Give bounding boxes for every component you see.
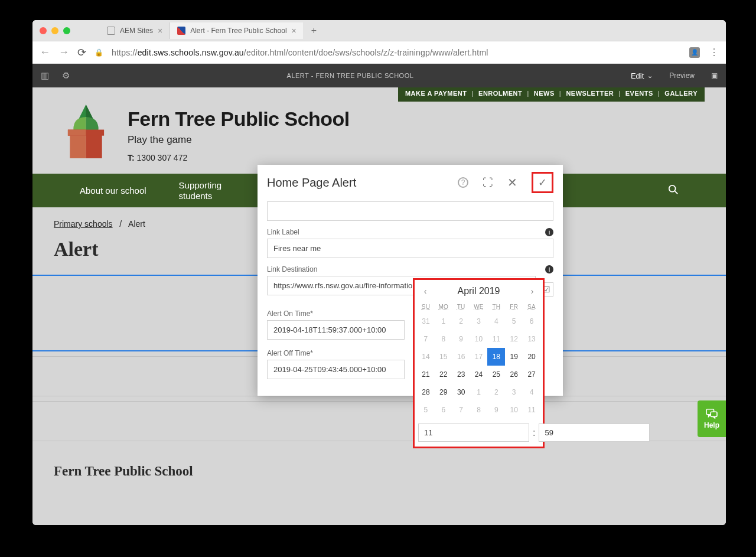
- aem-toolbar: ▥ ⚙ ALERT - FERN TREE PUBLIC SCHOOL Edit…: [32, 64, 726, 87]
- tab-label: AEM Sites: [120, 27, 153, 35]
- close-icon[interactable]: ✕: [507, 175, 517, 190]
- calendar-day[interactable]: 16: [452, 348, 470, 366]
- help-tab[interactable]: Help: [698, 400, 726, 437]
- maximize-window-icon[interactable]: [63, 27, 70, 34]
- minute-input[interactable]: [539, 424, 650, 442]
- calendar-day[interactable]: 7: [452, 401, 470, 419]
- profile-icon[interactable]: 👤: [689, 47, 700, 58]
- calendar-day[interactable]: 29: [435, 383, 452, 401]
- submit-button[interactable]: ✓: [532, 172, 553, 193]
- calendar-day[interactable]: 5: [417, 401, 435, 419]
- alert-on-label: Alert On Time*: [267, 310, 313, 318]
- calendar-dow: WE: [470, 301, 488, 312]
- browser-window: AEM Sites × Alert - Fern Tree Public Sch…: [32, 20, 726, 525]
- calendar-day[interactable]: 4: [487, 312, 505, 330]
- calendar-day[interactable]: 13: [523, 330, 540, 348]
- util-link[interactable]: NEWS: [534, 90, 555, 97]
- minimize-window-icon[interactable]: [51, 27, 58, 34]
- page-icon: [177, 27, 185, 35]
- info-icon[interactable]: i: [545, 265, 553, 273]
- svg-rect-7: [711, 412, 717, 416]
- address-bar: ← → ⟳ 🔒 https://edit.sws.schools.nsw.gov…: [32, 41, 726, 64]
- calendar-day[interactable]: 2: [487, 383, 505, 401]
- calendar-day[interactable]: 1: [470, 383, 488, 401]
- url-display[interactable]: https://edit.sws.schools.nsw.gov.au/edit…: [112, 48, 681, 57]
- calendar-day[interactable]: 10: [470, 330, 488, 348]
- calendar-day[interactable]: 4: [523, 383, 540, 401]
- calendar-day[interactable]: 6: [435, 401, 452, 419]
- calendar-day[interactable]: 14: [417, 348, 435, 366]
- close-tab-icon[interactable]: ×: [158, 26, 162, 35]
- calendar-day[interactable]: 9: [452, 330, 470, 348]
- page-info-icon[interactable]: ⚙: [62, 70, 70, 81]
- calendar-day[interactable]: 7: [417, 330, 435, 348]
- more-menu-icon[interactable]: ⋮: [709, 47, 719, 58]
- util-link[interactable]: ENROLMENT: [478, 90, 522, 97]
- util-link[interactable]: MAKE A PAYMENT: [405, 90, 467, 97]
- util-link[interactable]: GALLERY: [664, 90, 698, 97]
- calendar-day[interactable]: 9: [487, 401, 505, 419]
- calendar-day[interactable]: 27: [523, 366, 540, 383]
- link-label-label: Link Label: [267, 228, 299, 236]
- calendar-day[interactable]: 20: [523, 348, 540, 366]
- calendar-day[interactable]: 21: [417, 366, 435, 383]
- search-icon[interactable]: [668, 184, 679, 197]
- calendar-day[interactable]: 8: [470, 401, 488, 419]
- school-phone: T: 1300 307 472: [128, 153, 350, 162]
- annotate-icon[interactable]: ▣: [711, 71, 718, 80]
- calendar-day[interactable]: 1: [435, 312, 452, 330]
- calendar-dow: SU: [417, 301, 435, 312]
- util-link[interactable]: EVENTS: [625, 90, 653, 97]
- calendar-day[interactable]: 22: [435, 366, 452, 383]
- calendar-day[interactable]: 18: [487, 348, 505, 366]
- calendar-day[interactable]: 3: [505, 383, 523, 401]
- calendar-day[interactable]: 26: [505, 366, 523, 383]
- calendar-day[interactable]: 10: [505, 401, 523, 419]
- calendar-day[interactable]: 2: [452, 312, 470, 330]
- prev-month-icon[interactable]: ‹: [419, 286, 431, 296]
- calendar-day[interactable]: 25: [487, 366, 505, 383]
- school-name: Fern Tree Public School: [128, 108, 350, 131]
- new-tab-button[interactable]: +: [311, 25, 317, 36]
- nav-item[interactable]: About our school: [80, 185, 146, 196]
- reload-icon[interactable]: ⟳: [77, 46, 86, 59]
- calendar-day[interactable]: 11: [487, 330, 505, 348]
- side-panel-icon[interactable]: ▥: [41, 70, 49, 81]
- alert-off-input[interactable]: [267, 360, 405, 379]
- preview-button[interactable]: Preview: [669, 71, 695, 80]
- calendar-day[interactable]: 30: [452, 383, 470, 401]
- calendar-day[interactable]: 23: [452, 366, 470, 383]
- calendar-day[interactable]: 17: [470, 348, 488, 366]
- calendar-day[interactable]: 31: [417, 312, 435, 330]
- breadcrumb-link[interactable]: Primary schools: [54, 219, 113, 229]
- close-window-icon[interactable]: [40, 27, 47, 34]
- close-tab-icon[interactable]: ×: [292, 26, 296, 35]
- school-logo: [61, 102, 111, 168]
- info-icon[interactable]: i: [545, 228, 553, 236]
- hour-input[interactable]: [418, 424, 529, 442]
- alert-on-input[interactable]: [267, 320, 405, 340]
- calendar-day[interactable]: 8: [435, 330, 452, 348]
- next-month-icon[interactable]: ›: [526, 286, 538, 296]
- dialog-title-input[interactable]: [267, 201, 553, 221]
- calendar-day[interactable]: 24: [470, 366, 488, 383]
- calendar-day[interactable]: 6: [523, 312, 540, 330]
- edit-mode-dropdown[interactable]: Edit⌄: [631, 71, 653, 80]
- browser-titlebar: AEM Sites × Alert - Fern Tree Public Sch…: [32, 20, 726, 41]
- nav-item[interactable]: Supportingstudents: [179, 180, 222, 201]
- calendar-day[interactable]: 19: [505, 348, 523, 366]
- link-label-input[interactable]: [267, 239, 553, 258]
- calendar-day[interactable]: 5: [505, 312, 523, 330]
- util-link[interactable]: NEWSLETTER: [566, 90, 614, 97]
- help-icon[interactable]: ?: [458, 177, 468, 188]
- calendar-day[interactable]: 28: [417, 383, 435, 401]
- calendar-day[interactable]: 11: [523, 401, 540, 419]
- forward-icon[interactable]: →: [58, 46, 69, 58]
- browser-tab-active[interactable]: Alert - Fern Tree Public School ×: [170, 22, 304, 39]
- browser-tab[interactable]: AEM Sites ×: [100, 22, 170, 39]
- calendar-day[interactable]: 3: [470, 312, 488, 330]
- fullscreen-icon[interactable]: ⛶: [483, 177, 493, 189]
- calendar-day[interactable]: 12: [505, 330, 523, 348]
- back-icon[interactable]: ←: [40, 46, 50, 58]
- calendar-day[interactable]: 15: [435, 348, 452, 366]
